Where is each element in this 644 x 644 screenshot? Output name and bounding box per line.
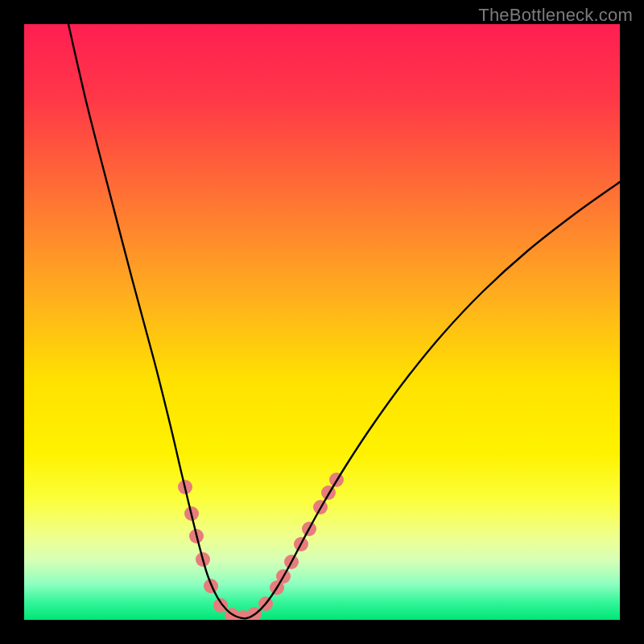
curve-marker xyxy=(213,598,228,613)
bottleneck-curve xyxy=(68,24,620,618)
watermark-text: TheBottleneck.com xyxy=(478,5,633,26)
marker-layer xyxy=(178,473,344,620)
chart-svg xyxy=(24,24,620,620)
plot-area xyxy=(24,24,620,620)
outer-frame: TheBottleneck.com xyxy=(0,0,644,644)
